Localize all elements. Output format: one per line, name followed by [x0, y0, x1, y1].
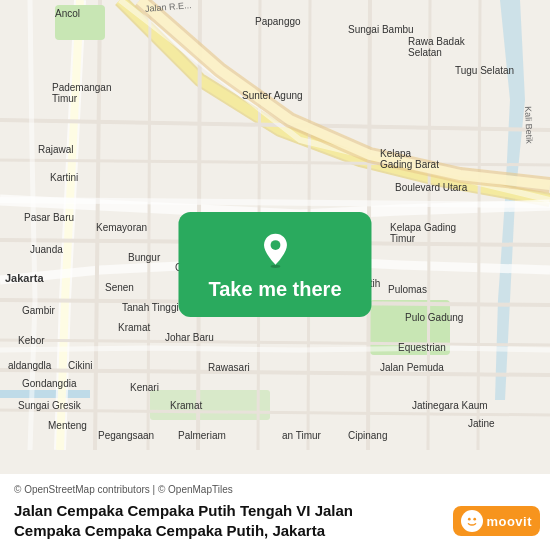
bottom-bar: © OpenStreetMap contributors | © OpenMap…: [0, 474, 550, 550]
location-line2: Cempaka Cempaka Cempaka Putih, Jakarta: [14, 522, 325, 539]
map-attribution: © OpenStreetMap contributors | © OpenMap…: [14, 484, 536, 495]
svg-line-4: [0, 160, 550, 165]
svg-line-11: [148, 0, 150, 450]
svg-line-7: [0, 340, 550, 345]
svg-point-23: [474, 518, 477, 521]
svg-point-19: [270, 265, 280, 268]
moovit-m-icon: [461, 510, 483, 532]
svg-rect-2: [150, 390, 270, 420]
svg-rect-18: [55, 5, 105, 40]
svg-line-16: [428, 0, 430, 450]
svg-line-10: [95, 0, 100, 450]
location-pin-icon: [257, 232, 293, 268]
location-line1: Jalan Cempaka Cempaka Putih Tengah VI Ja…: [14, 502, 353, 519]
moovit-logo: moovit: [453, 506, 540, 536]
svg-rect-0: [0, 390, 90, 398]
svg-point-22: [468, 518, 471, 521]
svg-point-20: [270, 240, 280, 250]
moovit-text: moovit: [486, 514, 532, 529]
take-me-there-overlay[interactable]: Take me there: [178, 212, 371, 317]
take-me-there-button[interactable]: Take me there: [208, 278, 341, 301]
svg-line-8: [0, 370, 550, 375]
svg-line-17: [478, 0, 480, 450]
svg-line-9: [0, 410, 550, 415]
map-container: Ancol Papanggo Sungai Bambu Rawa BadakSe…: [0, 0, 550, 550]
svg-point-21: [463, 512, 481, 530]
